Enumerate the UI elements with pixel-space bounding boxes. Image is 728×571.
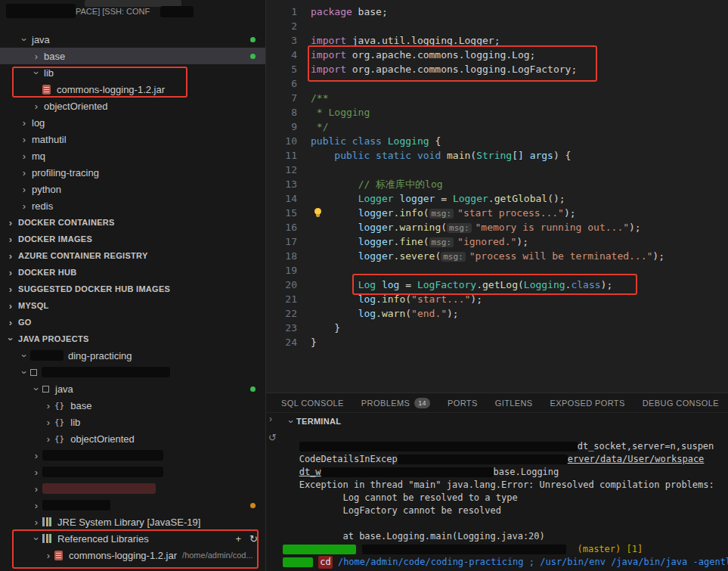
chevron-right-icon: › [5, 267, 17, 278]
code-line[interactable]: 7/** [266, 91, 728, 105]
code-line[interactable]: 11 public static void main(String[] args… [266, 148, 728, 163]
code-line[interactable]: 9 */ [266, 119, 728, 134]
tree-item-objectoriented[interactable]: ›objectOriented [0, 98, 265, 114]
section-mysql[interactable]: ›MYSQL [0, 297, 265, 314]
code-text: public class Logging { [311, 134, 441, 148]
code-line[interactable]: 15 logger.info(msg:"start process..."); [266, 206, 728, 220]
code-line[interactable]: 18 logger.severe(msg:"process will be te… [266, 249, 728, 263]
tree-item-base[interactable]: ›{}base [0, 397, 265, 414]
tree-item-profiling-tracing[interactable]: ›profiling-tracing [0, 164, 265, 181]
panel-tab-gitlens[interactable]: GITLENS [495, 399, 533, 408]
tree-item-log[interactable]: ›log [0, 114, 265, 131]
code-line[interactable]: 1package base; [266, 5, 728, 19]
terminal-text [566, 543, 577, 556]
panel-tab-ports[interactable]: PORTS [448, 399, 478, 408]
code-line[interactable]: 12 [266, 163, 728, 177]
tree-item-mq[interactable]: ›mq [0, 147, 265, 164]
code-line[interactable]: 17 logger.fine(msg:"ignored."); [266, 234, 728, 249]
chevron-right-icon: › [42, 400, 54, 411]
chevron-right-icon: › [30, 51, 42, 62]
section-java-projects[interactable]: ›JAVA PROJECTS [0, 330, 265, 347]
terminal-output[interactable]: dt_socket,server=n,suspen CodeDetailsInE… [266, 430, 728, 569]
tree-item-redacted[interactable]: › [0, 447, 265, 464]
terminal-text: dt_socket,server=n,suspen [578, 440, 714, 453]
line-number: 1 [266, 5, 297, 19]
code-line[interactable]: 16 logger.warning(msg:"memory is running… [266, 220, 728, 234]
package-icon: {} [54, 417, 64, 427]
tree-item-redis[interactable]: ›redis [0, 197, 265, 214]
tree-item-objectoriented[interactable]: ›{}objectOriented [0, 430, 265, 447]
tree-item-lib[interactable]: ›{}lib [0, 414, 265, 430]
tree-item-label: java [32, 34, 50, 45]
tree-item-redacted[interactable]: › [0, 480, 265, 497]
redaction [42, 500, 110, 510]
terminal-header[interactable]: › TERMINAL [266, 413, 728, 430]
tree-item-jre-system-library-javase-19[interactable]: ›JRE System Library [JavaSE-19] [0, 514, 265, 530]
code-line[interactable]: 13 // 标准库中的log [266, 177, 728, 191]
redaction [30, 350, 64, 361]
code-line[interactable]: 22 log.warn("end."); [266, 306, 728, 321]
section-docker-hub[interactable]: ›DOCKER HUB [0, 264, 265, 281]
add-jar-icon[interactable]: + [236, 533, 242, 545]
code-text: Logger logger = Logger.getGlobal(); [311, 191, 565, 206]
section-docker-images[interactable]: ›DOCKER IMAGES [0, 231, 265, 247]
panel-tab-sql-console[interactable]: SQL CONSOLE [281, 399, 344, 408]
terminal-line: LogFactory cannot be resolved [283, 504, 728, 517]
code-text: // 标准库中的log [311, 177, 443, 191]
panel-tab-exposed-ports[interactable]: EXPOSED PORTS [550, 399, 625, 408]
section-azure-container-registry[interactable]: ›AZURE CONTAINER REGISTRY [0, 247, 265, 264]
panel-tab-debug-console[interactable]: DEBUG CONSOLE [643, 399, 719, 408]
restart-terminal-icon[interactable]: ↺ [268, 432, 277, 443]
line-number: 19 [266, 263, 297, 278]
lightbulb-icon[interactable] [314, 208, 321, 215]
code-line[interactable]: 21 log.info("start..."); [266, 292, 728, 306]
code-line[interactable]: 23 } [266, 321, 728, 335]
terminal-link[interactable]: erver/data/User/workspace [568, 453, 705, 466]
code-line[interactable]: 14 Logger logger = Logger.getGlobal(); [266, 191, 728, 206]
tree-item-label: GO [18, 318, 32, 327]
code-line[interactable]: 8 * Logging [266, 105, 728, 119]
chevron-right-icon[interactable]: › [269, 414, 272, 424]
tree-item-java[interactable]: ›java [0, 380, 265, 397]
code-line[interactable]: 10public class Logging { [266, 134, 728, 148]
chevron-right-icon: › [30, 500, 42, 511]
code-text: logger.info(msg:"start process..."); [311, 206, 576, 220]
tree-item-python[interactable]: ›python [0, 181, 265, 197]
problems-badge: 14 [414, 398, 430, 408]
tree-item-ding-practicing[interactable]: ›ding-practicing [0, 347, 265, 364]
tree-item-base[interactable]: ›base [0, 48, 265, 64]
section-suggested-docker-hub-images[interactable]: ›SUGGESTED DOCKER HUB IMAGES [0, 281, 265, 297]
code-text: logger.warning(msg:"memory is running ou… [311, 220, 641, 234]
chevron-right-icon: › [30, 483, 42, 495]
tree-item-java[interactable]: ›java [0, 31, 265, 48]
code-text: } [311, 335, 317, 349]
tree-item-mathutil[interactable]: ›mathutil [0, 131, 265, 147]
code-line[interactable]: 2 [266, 19, 728, 33]
tree-item-lib[interactable]: ›lib [0, 64, 265, 81]
terminal-link[interactable]: dt_w [299, 466, 321, 479]
tree-item-redacted[interactable]: › [0, 364, 265, 380]
refresh-icon[interactable]: ↻ [249, 533, 258, 545]
code-line[interactable]: 4import org.apache.commons.logging.Log; [266, 48, 728, 62]
code-line[interactable]: 3import java.util.logging.Logger; [266, 33, 728, 48]
redaction [42, 467, 163, 477]
line-number: 2 [266, 19, 297, 33]
chevron-right-icon: › [5, 300, 17, 312]
code-line[interactable]: 24} [266, 335, 728, 349]
redaction [42, 450, 163, 461]
panel-tab-problems[interactable]: PROBLEMS14 [361, 398, 430, 408]
tree-item-commons-logging-1-2-jar[interactable]: ›commons-logging-1.2.jar/home/admin/cod.… [0, 547, 265, 563]
tree-item-redacted[interactable]: › [0, 464, 265, 480]
code-line[interactable]: 20 Log log = LogFactory.getLog(Logging.c… [266, 278, 728, 292]
code-line[interactable]: 19 [266, 263, 728, 278]
tree-item-commons-logging-1-2-jar[interactable]: commons-logging-1.2.jar [0, 81, 265, 98]
section-docker-containers[interactable]: ›DOCKER CONTAINERS [0, 214, 265, 231]
section-go[interactable]: ›GO [0, 314, 265, 330]
tree-item-redacted[interactable]: › [0, 497, 265, 514]
line-number: 8 [266, 105, 297, 119]
code-line[interactable]: 5import org.apache.commons.logging.LogFa… [266, 62, 728, 76]
code-line[interactable]: 6 [266, 76, 728, 91]
chevron-right-icon: › [18, 151, 30, 162]
tree-item-referenced-libraries[interactable]: ›Referenced Libraries+↻ [0, 530, 265, 547]
code-editor[interactable]: 1package base;23import java.util.logging… [266, 0, 728, 393]
